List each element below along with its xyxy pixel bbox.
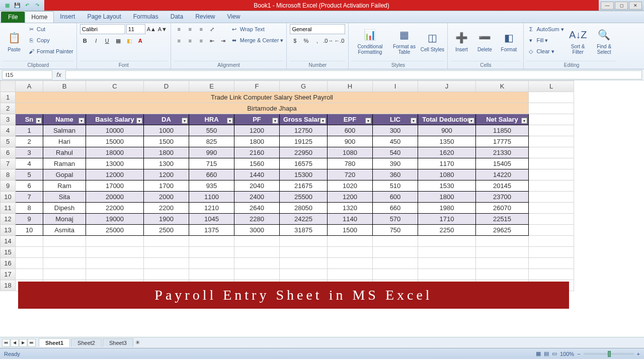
data-cell[interactable]: 2160 — [234, 147, 280, 158]
tab-home[interactable]: Home — [25, 11, 54, 23]
find-select-button[interactable]: 🔍Find & Select — [592, 24, 616, 57]
data-cell[interactable]: 15300 — [280, 169, 328, 180]
data-cell[interactable]: 900 — [328, 136, 373, 147]
row-header[interactable]: 8 — [1, 169, 16, 180]
data-cell[interactable]: 780 — [328, 158, 373, 169]
data-cell[interactable]: 750 — [373, 225, 418, 236]
data-cell[interactable]: 1 — [16, 125, 43, 136]
data-cell[interactable]: 1350 — [418, 136, 476, 147]
data-cell[interactable]: 715 — [189, 158, 234, 169]
view-break-icon[interactable]: ▭ — [552, 350, 557, 357]
column-header[interactable]: K — [476, 81, 529, 92]
data-cell[interactable]: Asmita — [43, 225, 86, 236]
orientation-icon[interactable]: ⤢ — [207, 24, 217, 34]
tab-nav-prev[interactable]: ◀ — [11, 339, 19, 347]
sheet-tab-sheet3[interactable]: Sheet3 — [103, 338, 133, 347]
close-button[interactable]: ✕ — [629, 2, 642, 10]
tab-nav-last[interactable]: ⏭ — [28, 339, 36, 347]
border-button[interactable]: ▦ — [113, 36, 123, 46]
format-as-table-button[interactable]: ▦Format as Table — [390, 24, 418, 57]
row-header[interactable]: 18 — [1, 280, 16, 291]
data-cell[interactable]: 1700 — [144, 180, 189, 192]
data-cell[interactable]: 4 — [16, 158, 43, 169]
fill-color-button[interactable]: ◧ — [124, 36, 134, 46]
data-cell[interactable]: 600 — [328, 125, 373, 136]
data-cell[interactable]: Sita — [43, 192, 86, 203]
undo-icon[interactable]: ↶ — [23, 2, 31, 10]
tab-insert[interactable]: Insert — [54, 11, 81, 23]
data-cell[interactable]: 990 — [189, 147, 234, 158]
align-top-icon[interactable]: ≡ — [174, 24, 184, 34]
data-cell[interactable]: 9 — [16, 214, 43, 225]
tab-review[interactable]: Review — [189, 11, 221, 23]
data-cell[interactable]: 12750 — [280, 125, 328, 136]
data-cell[interactable]: 1800 — [418, 192, 476, 203]
data-cell[interactable]: 17000 — [86, 180, 144, 192]
data-cell[interactable]: Dipesh — [43, 203, 86, 214]
tab-view[interactable]: View — [221, 11, 247, 23]
data-cell[interactable]: 600 — [373, 192, 418, 203]
data-cell[interactable]: 26070 — [476, 203, 529, 214]
data-cell[interactable]: 1710 — [418, 214, 476, 225]
sheet-tab-sheet2[interactable]: Sheet2 — [71, 338, 102, 347]
formula-input[interactable] — [65, 70, 642, 79]
data-cell[interactable]: 28050 — [280, 203, 328, 214]
column-header[interactable]: H — [328, 81, 373, 92]
data-cell[interactable]: 15000 — [86, 136, 144, 147]
column-header[interactable]: C — [86, 81, 144, 92]
data-cell[interactable]: 25000 — [86, 225, 144, 236]
italic-button[interactable]: I — [91, 36, 101, 46]
data-cell[interactable]: 5 — [16, 169, 43, 180]
data-cell[interactable]: 660 — [189, 169, 234, 180]
view-layout-icon[interactable]: ▤ — [544, 350, 549, 357]
data-cell[interactable]: 825 — [189, 136, 234, 147]
copy-button[interactable]: ⎘Copy — [27, 35, 73, 45]
data-cell[interactable]: 1140 — [328, 214, 373, 225]
data-cell[interactable]: 12000 — [86, 169, 144, 180]
sheet-subtitle[interactable]: Birtamode Jhapa — [16, 103, 529, 114]
data-cell[interactable]: 510 — [373, 180, 418, 192]
data-cell[interactable]: Raman — [43, 158, 86, 169]
row-header[interactable]: 3 — [1, 114, 16, 125]
column-header[interactable]: L — [529, 81, 574, 92]
align-bottom-icon[interactable]: ≡ — [196, 24, 206, 34]
data-cell[interactable]: 1200 — [328, 192, 373, 203]
data-cell[interactable]: 2500 — [144, 225, 189, 236]
font-size-select[interactable] — [126, 24, 145, 34]
align-left-icon[interactable]: ≡ — [174, 36, 184, 46]
column-header[interactable]: A — [16, 81, 43, 92]
fill-button[interactable]: ▾Fill ▾ — [527, 35, 564, 45]
data-cell[interactable]: 22950 — [280, 147, 328, 158]
format-cells-button[interactable]: ◧Format — [497, 24, 520, 57]
select-all-corner[interactable] — [1, 81, 16, 92]
clear-button[interactable]: ◇Clear ▾ — [527, 46, 564, 56]
filter-dropdown-icon[interactable]: ▼ — [136, 118, 142, 124]
data-cell[interactable]: 1530 — [418, 180, 476, 192]
data-cell[interactable]: Hari — [43, 136, 86, 147]
autosum-button[interactable]: ΣAutoSum ▾ — [527, 24, 564, 34]
row-header[interactable]: 6 — [1, 147, 16, 158]
currency-icon[interactable]: $ — [290, 36, 300, 46]
data-cell[interactable]: 2 — [16, 136, 43, 147]
data-cell[interactable]: 20000 — [86, 192, 144, 203]
data-cell[interactable]: 23700 — [476, 192, 529, 203]
number-format-select[interactable] — [290, 24, 345, 34]
data-cell[interactable]: 21675 — [280, 180, 328, 192]
data-cell[interactable]: 1300 — [144, 158, 189, 169]
row-header[interactable]: 2 — [1, 103, 16, 114]
data-cell[interactable]: Ram — [43, 180, 86, 192]
zoom-level[interactable]: 100% — [560, 351, 574, 357]
redo-icon[interactable]: ↷ — [33, 2, 41, 10]
data-cell[interactable]: 21330 — [476, 147, 529, 158]
filter-dropdown-icon[interactable]: ▼ — [521, 118, 527, 124]
data-cell[interactable]: 2040 — [234, 180, 280, 192]
new-sheet-button[interactable]: ✳ — [135, 339, 140, 346]
table-header[interactable]: EPF▼ — [328, 114, 373, 125]
filter-dropdown-icon[interactable]: ▼ — [468, 118, 474, 124]
filter-dropdown-icon[interactable]: ▼ — [36, 118, 42, 124]
data-cell[interactable]: 1500 — [328, 225, 373, 236]
data-cell[interactable]: Rahul — [43, 147, 86, 158]
data-cell[interactable]: 660 — [373, 203, 418, 214]
data-cell[interactable]: 19000 — [86, 214, 144, 225]
maximize-button[interactable]: ◻ — [615, 2, 628, 10]
